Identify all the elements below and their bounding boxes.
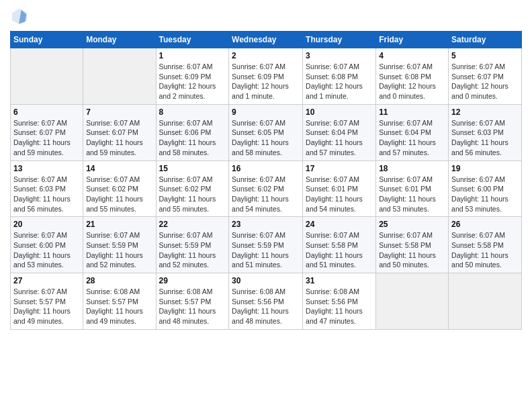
day-cell: 22Sunrise: 6:07 AM Sunset: 5:59 PM Dayli… xyxy=(156,217,229,273)
logo-icon xyxy=(10,7,29,26)
day-info: Sunrise: 6:07 AM Sunset: 6:08 PM Dayligh… xyxy=(379,62,445,101)
day-number: 17 xyxy=(306,164,373,173)
day-number: 11 xyxy=(379,107,445,117)
day-info: Sunrise: 6:07 AM Sunset: 5:58 PM Dayligh… xyxy=(379,230,445,270)
day-info: Sunrise: 6:07 AM Sunset: 5:59 PM Dayligh… xyxy=(159,230,226,270)
day-info: Sunrise: 6:07 AM Sunset: 6:05 PM Dayligh… xyxy=(232,118,300,158)
day-number: 24 xyxy=(306,220,373,229)
day-cell: 19Sunrise: 6:07 AM Sunset: 6:00 PM Dayli… xyxy=(449,161,522,217)
day-info: Sunrise: 6:07 AM Sunset: 6:03 PM Dayligh… xyxy=(13,175,80,214)
calendar-header: SundayMondayTuesdayWednesdayThursdayFrid… xyxy=(11,32,522,48)
day-number: 14 xyxy=(86,164,152,173)
calendar-table: SundayMondayTuesdayWednesdayThursdayFrid… xyxy=(10,31,522,330)
day-header-saturday: Saturday xyxy=(449,32,522,48)
day-cell: 2Sunrise: 6:07 AM Sunset: 6:09 PM Daylig… xyxy=(229,48,303,105)
day-cell: 31Sunrise: 6:08 AM Sunset: 5:56 PM Dayli… xyxy=(303,273,376,330)
week-row-2: 13Sunrise: 6:07 AM Sunset: 6:03 PM Dayli… xyxy=(11,161,522,217)
day-number: 19 xyxy=(451,164,519,173)
day-number: 26 xyxy=(451,220,519,229)
day-info: Sunrise: 6:07 AM Sunset: 6:04 PM Dayligh… xyxy=(379,118,445,158)
day-header-tuesday: Tuesday xyxy=(156,32,229,48)
day-number: 12 xyxy=(451,107,519,117)
day-cell: 14Sunrise: 6:07 AM Sunset: 6:02 PM Dayli… xyxy=(83,161,156,217)
day-number: 23 xyxy=(232,220,300,229)
day-number: 18 xyxy=(379,164,445,173)
day-info: Sunrise: 6:07 AM Sunset: 5:58 PM Dayligh… xyxy=(306,230,373,270)
day-info: Sunrise: 6:07 AM Sunset: 6:02 PM Dayligh… xyxy=(86,175,152,214)
day-cell: 17Sunrise: 6:07 AM Sunset: 6:01 PM Dayli… xyxy=(303,161,376,217)
day-cell: 7Sunrise: 6:07 AM Sunset: 6:07 PM Daylig… xyxy=(83,104,156,161)
day-info: Sunrise: 6:07 AM Sunset: 6:07 PM Dayligh… xyxy=(13,118,80,158)
day-cell: 11Sunrise: 6:07 AM Sunset: 6:04 PM Dayli… xyxy=(376,104,449,161)
day-info: Sunrise: 6:07 AM Sunset: 6:09 PM Dayligh… xyxy=(232,62,300,101)
day-number: 3 xyxy=(306,51,373,60)
day-number: 2 xyxy=(232,51,300,60)
day-cell: 29Sunrise: 6:08 AM Sunset: 5:57 PM Dayli… xyxy=(156,273,229,330)
day-info: Sunrise: 6:07 AM Sunset: 6:01 PM Dayligh… xyxy=(379,175,445,214)
day-number: 8 xyxy=(159,107,226,117)
day-info: Sunrise: 6:07 AM Sunset: 6:06 PM Dayligh… xyxy=(159,118,226,158)
day-cell: 9Sunrise: 6:07 AM Sunset: 6:05 PM Daylig… xyxy=(229,104,303,161)
calendar-body: 1Sunrise: 6:07 AM Sunset: 6:09 PM Daylig… xyxy=(11,48,522,330)
day-info: Sunrise: 6:07 AM Sunset: 6:00 PM Dayligh… xyxy=(451,175,519,214)
day-header-monday: Monday xyxy=(83,32,156,48)
day-cell xyxy=(83,48,156,105)
day-cell: 18Sunrise: 6:07 AM Sunset: 6:01 PM Dayli… xyxy=(376,161,449,217)
day-number: 20 xyxy=(13,220,80,229)
day-cell: 20Sunrise: 6:07 AM Sunset: 6:00 PM Dayli… xyxy=(11,217,83,273)
day-cell: 21Sunrise: 6:07 AM Sunset: 5:59 PM Dayli… xyxy=(83,217,156,273)
header xyxy=(10,7,522,26)
day-number: 22 xyxy=(159,220,226,229)
day-info: Sunrise: 6:07 AM Sunset: 5:59 PM Dayligh… xyxy=(86,230,152,270)
week-row-1: 6Sunrise: 6:07 AM Sunset: 6:07 PM Daylig… xyxy=(11,104,522,161)
day-cell: 28Sunrise: 6:08 AM Sunset: 5:57 PM Dayli… xyxy=(83,273,156,330)
day-info: Sunrise: 6:07 AM Sunset: 6:03 PM Dayligh… xyxy=(451,118,519,158)
day-cell: 1Sunrise: 6:07 AM Sunset: 6:09 PM Daylig… xyxy=(156,48,229,105)
day-info: Sunrise: 6:07 AM Sunset: 6:08 PM Dayligh… xyxy=(306,62,373,101)
day-cell: 16Sunrise: 6:07 AM Sunset: 6:02 PM Dayli… xyxy=(229,161,303,217)
day-cell: 8Sunrise: 6:07 AM Sunset: 6:06 PM Daylig… xyxy=(156,104,229,161)
day-cell xyxy=(449,273,522,330)
day-info: Sunrise: 6:07 AM Sunset: 6:02 PM Dayligh… xyxy=(159,175,226,214)
week-row-0: 1Sunrise: 6:07 AM Sunset: 6:09 PM Daylig… xyxy=(11,48,522,105)
week-row-4: 27Sunrise: 6:07 AM Sunset: 5:57 PM Dayli… xyxy=(11,273,522,330)
day-info: Sunrise: 6:08 AM Sunset: 5:56 PM Dayligh… xyxy=(232,287,300,326)
main-container: SundayMondayTuesdayWednesdayThursdayFrid… xyxy=(0,0,532,411)
day-info: Sunrise: 6:08 AM Sunset: 5:57 PM Dayligh… xyxy=(86,287,152,326)
day-number: 30 xyxy=(232,276,300,285)
day-header-friday: Friday xyxy=(376,32,449,48)
day-info: Sunrise: 6:08 AM Sunset: 5:57 PM Dayligh… xyxy=(159,287,226,326)
day-number: 10 xyxy=(306,107,373,117)
day-cell: 12Sunrise: 6:07 AM Sunset: 6:03 PM Dayli… xyxy=(449,104,522,161)
day-cell: 27Sunrise: 6:07 AM Sunset: 5:57 PM Dayli… xyxy=(11,273,83,330)
day-number: 25 xyxy=(379,220,445,229)
day-cell xyxy=(376,273,449,330)
day-number: 31 xyxy=(306,276,373,285)
day-number: 28 xyxy=(86,276,152,285)
day-number: 6 xyxy=(13,107,80,117)
day-info: Sunrise: 6:07 AM Sunset: 5:58 PM Dayligh… xyxy=(451,230,519,270)
day-info: Sunrise: 6:07 AM Sunset: 6:02 PM Dayligh… xyxy=(232,175,300,214)
day-cell: 5Sunrise: 6:07 AM Sunset: 6:07 PM Daylig… xyxy=(449,48,522,105)
day-cell: 3Sunrise: 6:07 AM Sunset: 6:08 PM Daylig… xyxy=(303,48,376,105)
day-number: 16 xyxy=(232,164,300,173)
day-cell: 24Sunrise: 6:07 AM Sunset: 5:58 PM Dayli… xyxy=(303,217,376,273)
day-cell: 25Sunrise: 6:07 AM Sunset: 5:58 PM Dayli… xyxy=(376,217,449,273)
day-info: Sunrise: 6:08 AM Sunset: 5:56 PM Dayligh… xyxy=(306,287,373,326)
day-cell: 10Sunrise: 6:07 AM Sunset: 6:04 PM Dayli… xyxy=(303,104,376,161)
day-cell xyxy=(11,48,83,105)
day-info: Sunrise: 6:07 AM Sunset: 6:01 PM Dayligh… xyxy=(306,175,373,214)
day-info: Sunrise: 6:07 AM Sunset: 6:07 PM Dayligh… xyxy=(451,62,519,101)
day-header-sunday: Sunday xyxy=(11,32,83,48)
day-number: 29 xyxy=(159,276,226,285)
day-info: Sunrise: 6:07 AM Sunset: 6:00 PM Dayligh… xyxy=(13,230,80,270)
day-cell: 6Sunrise: 6:07 AM Sunset: 6:07 PM Daylig… xyxy=(11,104,83,161)
day-number: 15 xyxy=(159,164,226,173)
day-cell: 30Sunrise: 6:08 AM Sunset: 5:56 PM Dayli… xyxy=(229,273,303,330)
day-cell: 15Sunrise: 6:07 AM Sunset: 6:02 PM Dayli… xyxy=(156,161,229,217)
day-info: Sunrise: 6:07 AM Sunset: 6:09 PM Dayligh… xyxy=(159,62,226,101)
day-header-wednesday: Wednesday xyxy=(229,32,303,48)
day-number: 5 xyxy=(451,51,519,60)
day-info: Sunrise: 6:07 AM Sunset: 5:57 PM Dayligh… xyxy=(13,287,80,326)
day-cell: 13Sunrise: 6:07 AM Sunset: 6:03 PM Dayli… xyxy=(11,161,83,217)
